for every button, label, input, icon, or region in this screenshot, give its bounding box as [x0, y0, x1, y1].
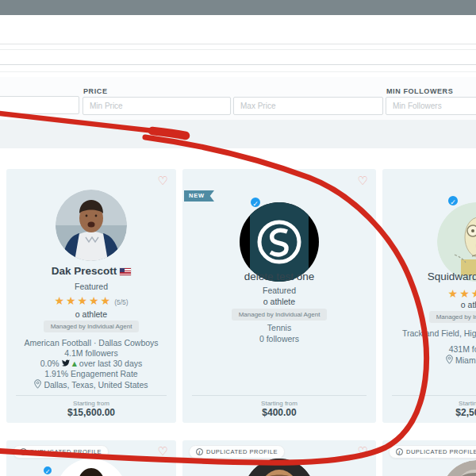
location-text: Dallas, Texas, United States — [44, 380, 148, 390]
trend-line: 0.0% ▲ over last 30 days — [6, 359, 176, 368]
engagement-line: 1.91% Engagement Rate — [6, 369, 176, 378]
marketplace-page: PRICE MIN FOLLOWERS ♡ — [0, 0, 476, 476]
athlete-card-duplicated-1[interactable]: iDUPLICATED PROFILE ♡ ✓ — [6, 440, 176, 476]
trend-value: 0.0% — [40, 359, 60, 368]
header-divider — [0, 49, 476, 50]
rating-value: (5/5) — [114, 298, 128, 306]
sports-line: Track and Field, High Jump, Triple Jump — [382, 328, 476, 338]
athlete-name[interactable]: Squidward Tentacles — [382, 271, 476, 282]
followers-line: 4.1M followers — [6, 348, 176, 358]
favorite-heart-icon[interactable]: ♡ — [358, 446, 368, 458]
verified-badge-icon: ✓ — [447, 194, 459, 207]
info-icon: i — [196, 448, 203, 455]
athlete-card-duplicated-3[interactable]: iDUPLICATED PROFILE — [382, 440, 476, 476]
location-line: Miami, Florida — [382, 355, 476, 366]
filter-bar: PRICE MIN FOLLOWERS — [0, 77, 476, 121]
min-followers-input[interactable] — [386, 97, 476, 115]
min-followers-filter-label: MIN FOLLOWERS — [386, 87, 453, 95]
us-flag-icon — [120, 268, 131, 275]
new-ribbon-badge: NEW — [184, 190, 214, 202]
info-icon: i — [20, 448, 27, 455]
info-icon: i — [396, 448, 403, 455]
athlete-name[interactable]: delete test one — [182, 271, 376, 282]
duplicated-profile-badge: iDUPLICATED PROFILE — [13, 445, 109, 459]
managed-by-pill: Managed by Individual Agent — [182, 305, 376, 321]
verified-badge-icon: ✓ — [249, 196, 262, 209]
max-price-input[interactable] — [233, 97, 383, 115]
price-divider — [392, 395, 476, 396]
starting-price: $2,500.00 — [382, 407, 476, 418]
location-pin-icon — [34, 379, 41, 390]
favorite-heart-icon[interactable]: ♡ — [158, 446, 168, 458]
sport-team-line: American Football · Dallas Cowboys — [6, 338, 176, 347]
starting-from-label: Starting from — [382, 400, 476, 407]
athlete-card-delete-test-one[interactable]: ♡ NEW ✓ delete test one Featured o athle… — [182, 169, 376, 423]
athlete-card-dak-prescott[interactable]: ♡ Dak Prescott Featu — [6, 169, 176, 423]
top-navigation-bar — [0, 0, 476, 15]
location-pin-icon — [446, 355, 453, 366]
profile-photo — [441, 460, 476, 476]
managed-by-pill: Managed by Individual Agent — [6, 317, 176, 332]
price-filter-label: PRICE — [83, 87, 108, 95]
star-rating: ★★★★★(5/5) — [6, 294, 176, 308]
header-divider — [0, 64, 476, 65]
duplicated-profile-badge: iDUPLICATED PROFILE — [189, 445, 285, 459]
secondary-filter-band — [0, 120, 476, 148]
starting-price: $15,600.00 — [6, 407, 176, 418]
location-line: Dallas, Texas, United States — [6, 379, 176, 390]
location-text: Miami, Florida — [455, 355, 476, 365]
featured-label: Featured — [6, 282, 176, 291]
sport-line: Tennis — [182, 323, 376, 332]
profile-photo — [56, 459, 127, 476]
trend-period: over last 30 days — [79, 359, 142, 368]
min-price-input[interactable] — [83, 97, 231, 115]
header-divider — [0, 44, 476, 44]
managed-by-pill: Managed by Individual Agent — [382, 308, 476, 323]
featured-label: Featured — [182, 286, 376, 295]
twitter-icon — [62, 359, 70, 368]
price-divider — [192, 395, 367, 396]
starting-price: $400.00 — [182, 407, 376, 418]
followers-line: 431M followers — [382, 344, 476, 354]
starting-from-label: Starting from — [6, 400, 176, 407]
price-divider — [16, 395, 167, 396]
profile-photo — [244, 459, 315, 476]
header-divider — [0, 71, 476, 72]
starting-from-label: Starting from — [182, 400, 376, 407]
followers-line: 0 followers — [182, 334, 376, 344]
profile-photo — [437, 202, 476, 282]
trend-up-icon: ▲ — [72, 360, 77, 367]
profile-photo — [56, 190, 127, 261]
favorite-heart-icon[interactable]: ♡ — [158, 175, 168, 187]
favorite-heart-icon[interactable]: ♡ — [358, 175, 368, 187]
star-icons: ★★★★★ — [54, 294, 112, 307]
profile-photo — [240, 202, 319, 282]
verified-badge-icon: ✓ — [42, 465, 53, 476]
athlete-name[interactable]: Dak Prescott — [6, 265, 176, 277]
athlete-card-squidward[interactable]: ✓ Squidward Tentacles ★★★★★ o athlete Ma… — [382, 169, 476, 423]
duplicated-profile-badge: iDUPLICATED PROFILE — [389, 445, 476, 459]
athlete-card-duplicated-2[interactable]: iDUPLICATED PROFILE ♡ — [182, 440, 376, 476]
star-rating: ★★★★★ — [382, 287, 476, 300]
filter-input-partial[interactable] — [0, 96, 79, 114]
